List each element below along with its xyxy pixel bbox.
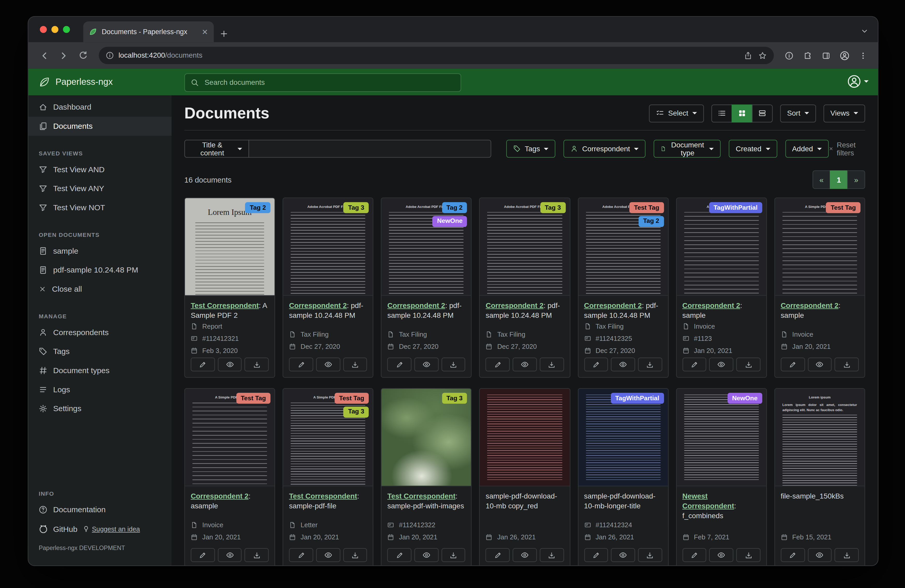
sidebar-open-document-pdf-sample[interactable]: pdf-sample 10.24.48 PM [28, 260, 171, 279]
tag-badge[interactable]: Tag 3 [344, 406, 369, 417]
sidebar-item-test-view-not[interactable]: Test View NOT [28, 198, 171, 217]
browser-profile-avatar[interactable] [836, 47, 853, 63]
close-window-button[interactable] [40, 26, 47, 33]
download-document-button[interactable] [540, 358, 564, 372]
tag-badge[interactable]: Test Tag [629, 202, 664, 213]
pagination-page-1[interactable]: 1 [830, 170, 848, 189]
document-thumbnail[interactable]: Lorem Ipsum Tag 2 [185, 198, 275, 296]
correspondent-link[interactable]: Newest Correspondent [682, 492, 734, 510]
document-thumbnail[interactable] [480, 388, 570, 486]
download-document-button[interactable] [835, 358, 859, 372]
extension-icon[interactable] [781, 47, 797, 63]
download-document-button[interactable] [736, 548, 761, 562]
sidebar-item-test-view-and[interactable]: Test View AND [28, 160, 171, 179]
view-document-button[interactable] [611, 548, 635, 562]
document-card[interactable]: A Simple PDF File Test Tag Correspondent… [184, 388, 275, 566]
edit-document-button[interactable] [289, 358, 313, 372]
sidebar-item-dashboard[interactable]: Dashboard [28, 97, 171, 117]
side-panel-icon[interactable] [818, 47, 834, 63]
bookmark-star-icon[interactable] [758, 51, 767, 60]
sidebar-item-tags[interactable]: Tags [28, 342, 171, 361]
address-bar[interactable]: localhost:4200/documents [99, 47, 774, 64]
document-card[interactable]: TagWithPartial sample-pdf-download-10-mb… [578, 388, 668, 566]
edit-document-button[interactable] [387, 548, 411, 562]
download-document-button[interactable] [441, 548, 465, 562]
view-document-button[interactable] [218, 358, 241, 372]
document-thumbnail[interactable]: A Simple PDF File TagWithPartial [676, 198, 766, 296]
tag-badge[interactable]: Tag 2 [442, 202, 467, 213]
edit-document-button[interactable] [387, 358, 411, 372]
edit-document-button[interactable] [682, 358, 706, 372]
document-card[interactable]: A Simple PDF File Test Tag Correspondent… [774, 198, 865, 378]
document-card[interactable]: Tag 3 Test Correspondent: sample-pdf-wit… [381, 388, 472, 566]
tag-badge[interactable]: NewOne [727, 393, 762, 404]
filter-correspondent-button[interactable]: Correspondent [564, 140, 646, 158]
view-document-button[interactable] [414, 358, 438, 372]
document-thumbnail[interactable]: A Simple PDF File Test Tag [185, 388, 275, 486]
document-thumbnail[interactable]: Tag 3 [382, 388, 472, 486]
sidebar-github-link[interactable]: GitHub [53, 525, 78, 533]
view-document-button[interactable] [316, 548, 340, 562]
document-card[interactable]: A Simple PDF File Test TagTag 3 Test Cor… [283, 388, 373, 566]
correspondent-link[interactable]: Test Correspondent [191, 301, 259, 309]
sidebar-item-test-view-any[interactable]: Test View ANY [28, 179, 171, 198]
views-button[interactable]: Views [824, 104, 865, 122]
download-document-button[interactable] [245, 548, 269, 562]
edit-document-button[interactable] [486, 548, 510, 562]
document-thumbnail[interactable]: Adobe Acrobat PDF Files Tag 2NewOne [382, 198, 472, 296]
reset-filters-button[interactable]: Reset filters [829, 141, 865, 157]
correspondent-link[interactable]: Test Correspondent [387, 492, 455, 500]
document-thumbnail[interactable]: Lorem ipsum Lorem ipsum dolor sit amet, … [775, 388, 865, 486]
tag-badge[interactable]: Tag 2 [638, 216, 664, 227]
correspondent-link[interactable]: Correspondent 2 [486, 301, 543, 309]
document-thumbnail[interactable]: Adobe Acrobat PDF Files Tag 3 [283, 198, 373, 296]
correspondent-link[interactable]: Correspondent 2 [781, 301, 838, 309]
sidebar-item-documents[interactable]: Documents [28, 117, 171, 136]
download-document-button[interactable] [638, 358, 662, 372]
filter-text-input[interactable] [248, 140, 491, 158]
download-document-button[interactable] [638, 548, 662, 562]
correspondent-link[interactable]: Correspondent 2 [584, 301, 641, 309]
edit-document-button[interactable] [191, 358, 215, 372]
sidebar-item-document-types[interactable]: Document types [28, 361, 171, 380]
tag-badge[interactable]: Test Tag [236, 393, 271, 404]
sidebar-open-document-sample[interactable]: sample [28, 241, 171, 261]
view-document-button[interactable] [513, 548, 537, 562]
document-thumbnail[interactable]: TagWithPartial [578, 388, 668, 486]
browser-menu-kebab-icon[interactable] [855, 47, 871, 63]
tag-badge[interactable]: Tag 3 [540, 202, 565, 213]
select-button[interactable]: Select [649, 104, 704, 122]
document-card[interactable]: Adobe Acrobat PDF Files Tag 3 Correspond… [283, 198, 373, 378]
document-card[interactable]: Lorem ipsum Lorem ipsum dolor sit amet, … [774, 388, 865, 566]
download-document-button[interactable] [835, 548, 859, 562]
edit-document-button[interactable] [191, 548, 215, 562]
sidebar-item-logs[interactable]: Logs [28, 380, 171, 399]
download-document-button[interactable] [540, 548, 564, 562]
list-view-button[interactable] [711, 104, 732, 122]
edit-document-button[interactable] [289, 548, 313, 562]
document-card[interactable]: Adobe Acrobat PDF Files Tag 3 Correspond… [479, 198, 570, 378]
edit-document-button[interactable] [486, 358, 510, 372]
sidebar-item-documentation[interactable]: Documentation [28, 500, 171, 519]
pagination-next-button[interactable]: » [847, 170, 865, 189]
minimize-window-button[interactable] [51, 26, 59, 33]
sort-button[interactable]: Sort [780, 104, 816, 122]
grid-view-button[interactable] [732, 104, 753, 122]
global-search-input[interactable] [203, 78, 455, 87]
view-document-button[interactable] [414, 548, 438, 562]
download-document-button[interactable] [343, 548, 367, 562]
sidebar-close-all[interactable]: Close all [28, 279, 171, 299]
view-document-button[interactable] [808, 548, 832, 562]
back-button[interactable] [35, 47, 52, 64]
view-document-button[interactable] [218, 548, 241, 562]
download-document-button[interactable] [245, 358, 269, 372]
edit-document-button[interactable] [584, 358, 608, 372]
filter-field-select[interactable]: Title & content [184, 140, 249, 158]
document-thumbnail[interactable]: NewOne [676, 388, 766, 486]
tag-badge[interactable]: TagWithPartial [709, 202, 762, 213]
tag-badge[interactable]: Test Tag [826, 202, 861, 213]
user-menu[interactable] [847, 74, 869, 89]
download-document-button[interactable] [736, 358, 761, 372]
edit-document-button[interactable] [682, 548, 706, 562]
global-search[interactable] [184, 73, 461, 92]
